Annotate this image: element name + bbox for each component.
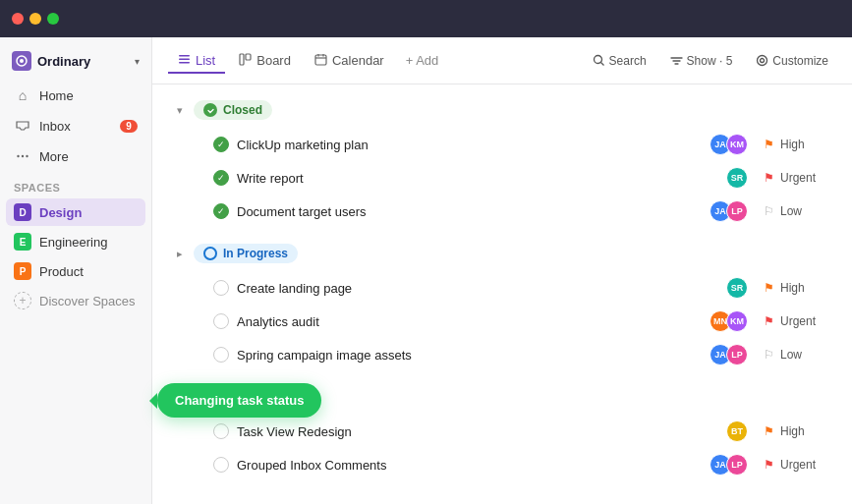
sidebar-item-design[interactable]: D Design (6, 198, 145, 226)
priority-flag: ⚐ Low (764, 348, 832, 362)
in-progress-status-dot (203, 247, 217, 260)
task-checkbox[interactable] (213, 137, 229, 152)
minimize-button[interactable] (29, 13, 41, 25)
avatar: LP (726, 454, 748, 476)
table-row[interactable]: ⠿ Grouped Inbox Comments JA LP ⚑ Urgent (192, 448, 836, 481)
flag-icon: ⚑ (764, 458, 774, 472)
svg-point-14 (594, 56, 601, 64)
engineering-space-name: Engineering (39, 235, 107, 250)
add-label: + Add (406, 53, 439, 68)
priority-flag: ⚑ Urgent (764, 314, 832, 328)
task-checkbox[interactable] (213, 457, 229, 473)
task-avatars: JA KM (710, 134, 748, 155)
in-progress-status-label: In Progress (223, 247, 288, 260)
show-button[interactable]: Show · 5 (662, 49, 741, 73)
workspace-name: Ordinary (37, 54, 135, 69)
task-checkbox[interactable] (213, 423, 229, 439)
tab-board-label: Board (256, 53, 291, 68)
inbox-label: Inbox (39, 119, 120, 134)
avatar: LP (726, 344, 748, 365)
table-row[interactable]: ⠿ ClickUp marketing plan JA KM ⚑ High (192, 128, 836, 161)
svg-rect-7 (179, 62, 190, 64)
calendar-icon (314, 53, 327, 69)
task-checkbox[interactable] (213, 170, 229, 186)
task-checkbox[interactable] (213, 203, 229, 219)
svg-rect-10 (315, 55, 326, 65)
task-avatars: SR (726, 167, 748, 189)
table-row[interactable]: ⠿ Task View Redesign BT ⚑ High (192, 415, 836, 448)
sidebar-item-product[interactable]: P Product (6, 257, 145, 285)
workspace-header[interactable]: Ordinary ▾ (0, 45, 151, 81)
svg-rect-8 (240, 54, 244, 65)
task-name: Analytics audit (237, 314, 710, 329)
tab-calendar[interactable]: Calendar (305, 48, 394, 74)
sidebar-item-engineering[interactable]: E Engineering (6, 228, 145, 255)
spaces-section-label: Spaces (0, 172, 151, 197)
toolbar-tabs: List Board (168, 48, 585, 74)
group-header-closed[interactable]: ▾ Closed (168, 92, 836, 128)
priority-flag: ⚑ High (764, 424, 832, 438)
flag-icon: ⚐ (764, 204, 774, 218)
task-name: Write report (237, 171, 726, 186)
discover-spaces-button[interactable]: + Discover Spaces (6, 287, 145, 314)
priority-label: Urgent (780, 171, 816, 185)
sidebar-item-inbox[interactable]: Inbox 9 (6, 111, 145, 140)
inbox-badge: 9 (120, 120, 138, 133)
tab-list[interactable]: List (168, 48, 225, 74)
task-checkbox[interactable] (213, 313, 229, 329)
board-icon (239, 53, 252, 69)
traffic-lights (12, 13, 59, 25)
svg-rect-6 (179, 58, 190, 60)
tooltip-text: Changing task status (175, 393, 304, 408)
more-label: More (39, 149, 138, 164)
product-space-name: Product (39, 264, 84, 279)
closed-status-dot (203, 103, 217, 117)
app-body: Ordinary ▾ ⌂ Home Inbox 9 (0, 37, 852, 504)
avatar: SR (726, 277, 748, 299)
product-space-icon: P (14, 262, 31, 280)
task-name: Spring campaign image assets (237, 348, 710, 363)
table-row[interactable]: ⠿ Spring campaign image assets JA LP ⚐ L… (192, 338, 836, 371)
avatar: SR (726, 167, 748, 189)
svg-point-17 (761, 59, 765, 63)
tab-board[interactable]: Board (229, 48, 301, 74)
table-row[interactable]: ⠿ Write report SR ⚑ Urgent (192, 161, 836, 195)
table-row[interactable]: ⠿ Document target users JA LP ⚐ Low (192, 195, 836, 228)
workspace-icon (12, 51, 31, 71)
home-label: Home (39, 88, 138, 103)
priority-label: High (780, 424, 805, 438)
task-name: Document target users (237, 204, 710, 219)
closed-status-label: Closed (223, 103, 262, 117)
chevron-down-icon: ▾ (172, 102, 188, 118)
sidebar-item-more[interactable]: More (6, 141, 145, 171)
status-badge-in-progress: In Progress (194, 244, 298, 263)
table-row[interactable]: ⠿ Create landing page SR ⚑ High (192, 271, 836, 305)
priority-flag: ⚐ Low (764, 204, 832, 218)
close-button[interactable] (12, 13, 24, 25)
priority-label: Urgent (780, 314, 816, 328)
task-avatars: BT (726, 420, 748, 442)
fullscreen-button[interactable] (47, 13, 59, 25)
more-icon (14, 147, 31, 165)
task-checkbox[interactable] (213, 280, 229, 296)
task-name: Grouped Inbox Comments (237, 458, 710, 473)
svg-rect-9 (246, 54, 251, 60)
customize-button[interactable]: Customize (748, 49, 836, 73)
todo-tasks: ⠿ Task View Redesign BT ⚑ High ⠿ Grouped… (168, 415, 836, 481)
add-view-button[interactable]: + Add (398, 48, 447, 73)
priority-flag: ⚑ High (764, 138, 832, 151)
sidebar-item-home[interactable]: ⌂ Home (6, 81, 145, 110)
avatar: BT (726, 420, 748, 442)
flag-icon: ⚐ (764, 348, 774, 362)
inbox-icon (14, 117, 31, 135)
avatar: KM (726, 134, 748, 155)
design-space-name: Design (39, 205, 82, 220)
task-checkbox[interactable] (213, 347, 229, 363)
in-progress-tasks: ⠿ Create landing page SR ⚑ High ⠿ Analyt… (168, 271, 836, 371)
toolbar: List Board (152, 37, 852, 84)
priority-label: Low (780, 204, 802, 218)
priority-flag: ⚑ High (764, 281, 832, 295)
table-row[interactable]: ⠿ Analytics audit MN KM ⚑ Urgent (192, 305, 836, 338)
search-button[interactable]: Search (585, 49, 654, 73)
group-header-in-progress[interactable]: ▸ In Progress (168, 236, 836, 271)
